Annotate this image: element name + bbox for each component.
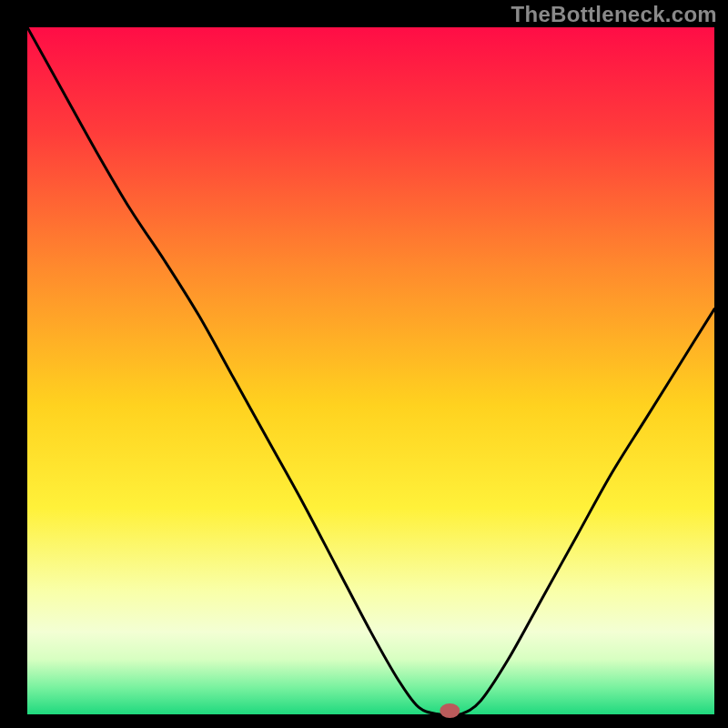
gradient-background — [27, 27, 714, 714]
minimum-marker — [440, 703, 460, 718]
bottleneck-plot — [0, 0, 728, 728]
watermark-text: TheBottleneck.com — [511, 2, 717, 27]
chart-frame: TheBottleneck.com — [0, 0, 728, 728]
